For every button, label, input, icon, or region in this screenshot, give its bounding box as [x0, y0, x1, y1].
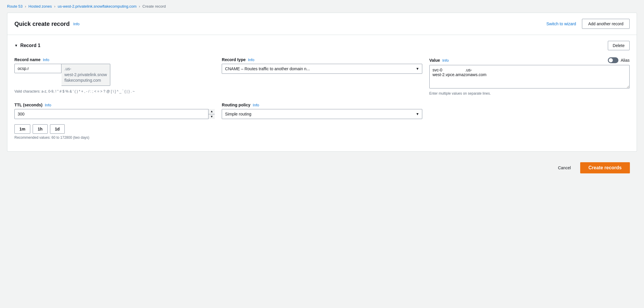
alias-toggle-group: Alias — [608, 57, 630, 63]
ttl-input-wrapper: ▲ ▼ — [14, 109, 215, 119]
delete-record-button[interactable]: Delete — [608, 41, 630, 50]
header-info-link[interactable]: Info — [73, 22, 80, 26]
record-type-group: Record type Info CNAME – Routes traffic … — [222, 57, 422, 96]
record-type-select[interactable]: CNAME – Routes traffic to another domain… — [222, 64, 422, 74]
record-name-row: .us-west-2.privatelink.snowflakecomputin… — [14, 64, 215, 86]
record-type-label: Record type Info — [222, 57, 422, 62]
empty-col — [429, 103, 630, 140]
ttl-input[interactable] — [14, 109, 215, 119]
page-title: Quick create record — [14, 21, 70, 27]
ttl-label: TTL (seconds) Info — [14, 103, 215, 107]
record-name-info-link[interactable]: Info — [43, 58, 49, 62]
breadcrumb-sep-3: › — [139, 4, 140, 9]
breadcrumb-route53[interactable]: Route 53 — [7, 4, 23, 9]
record-type-info-link[interactable]: Info — [248, 58, 254, 62]
domain-suffix: .us-west-2.privatelink.snowflakecomputin… — [61, 64, 110, 86]
ttl-info-link[interactable]: Info — [45, 103, 51, 107]
collapse-icon[interactable]: ▼ — [14, 43, 18, 48]
ttl-presets: 1m 1h 1d Recommended values: 60 to 17280… — [14, 124, 215, 140]
value-hint: Enter multiple values on separate lines. — [429, 91, 630, 96]
record-name-label: Record name Info — [14, 57, 215, 62]
breadcrumb-domain[interactable]: us-west-2.privatelink.snowflakecomputing… — [58, 4, 136, 9]
ttl-increment-button[interactable]: ▲ — [208, 109, 215, 114]
value-textarea[interactable]: svc-0 .us- west-2.vpce.amazonaws.com — [429, 65, 630, 88]
ttl-decrement-button[interactable]: ▼ — [208, 114, 215, 119]
alias-label: Alias — [621, 58, 630, 63]
ttl-spinners: ▲ ▼ — [208, 109, 215, 119]
recommended-text: Recommended values: 60 to 172800 (two da… — [14, 135, 215, 140]
value-label: Value Info — [429, 58, 449, 63]
page-header-right: Switch to wizard Add another record — [546, 19, 630, 29]
preset-1d-button[interactable]: 1d — [50, 124, 65, 134]
value-group: Value Info Alias svc-0 .us- west-2.vpce.… — [429, 57, 630, 96]
switch-to-wizard-link[interactable]: Switch to wizard — [546, 21, 576, 26]
routing-policy-select-wrapper: Simple routing Failover routing Geolocat… — [222, 109, 422, 119]
record-label: Record 1 — [20, 43, 40, 48]
create-records-button[interactable]: Create records — [580, 162, 630, 173]
record-title: ▼ Record 1 — [14, 43, 40, 48]
breadcrumb-sep-2: › — [54, 4, 55, 9]
routing-policy-label: Routing policy Info — [222, 103, 422, 107]
page-header-left: Quick create record Info — [14, 21, 80, 27]
form-grid-top: Record name Info .us-west-2.privatelink.… — [14, 57, 630, 96]
cancel-button[interactable]: Cancel — [553, 163, 575, 173]
valid-chars-text: Valid characters: a-z, 0-9, ! " # $ % & … — [14, 89, 215, 94]
preset-buttons-row: 1m 1h 1d — [14, 124, 215, 134]
alias-toggle-switch[interactable] — [608, 57, 618, 63]
breadcrumb-hosted-zones[interactable]: Hosted zones — [29, 4, 52, 9]
value-info-link[interactable]: Info — [442, 58, 449, 63]
add-another-record-button[interactable]: Add another record — [582, 19, 630, 29]
value-header: Value Info Alias — [429, 57, 630, 63]
preset-1h-button[interactable]: 1h — [33, 124, 47, 134]
record-name-input[interactable] — [14, 64, 61, 73]
preset-1m-button[interactable]: 1m — [14, 124, 30, 134]
page-header: Quick create record Info Switch to wizar… — [7, 13, 637, 35]
ttl-group: TTL (seconds) Info ▲ ▼ 1m 1h 1d — [14, 103, 215, 140]
record-card: ▼ Record 1 Delete Record name Info .us-w… — [7, 35, 637, 152]
bottom-bar: Cancel Create records — [7, 158, 637, 178]
routing-policy-select[interactable]: Simple routing Failover routing Geolocat… — [222, 109, 422, 119]
record-type-select-wrapper: CNAME – Routes traffic to another domain… — [222, 64, 422, 74]
breadcrumb-current: Create record — [142, 4, 166, 9]
record-header: ▼ Record 1 Delete — [14, 41, 630, 50]
routing-policy-info-link[interactable]: Info — [253, 103, 259, 107]
record-name-group: Record name Info .us-west-2.privatelink.… — [14, 57, 215, 96]
breadcrumb: Route 53 › Hosted zones › us-west-2.priv… — [0, 0, 644, 13]
routing-policy-group: Routing policy Info Simple routing Failo… — [222, 103, 422, 140]
alias-toggle-slider — [608, 57, 618, 63]
breadcrumb-sep-1: › — [25, 4, 26, 9]
form-grid-bottom: TTL (seconds) Info ▲ ▼ 1m 1h 1d — [14, 103, 630, 140]
